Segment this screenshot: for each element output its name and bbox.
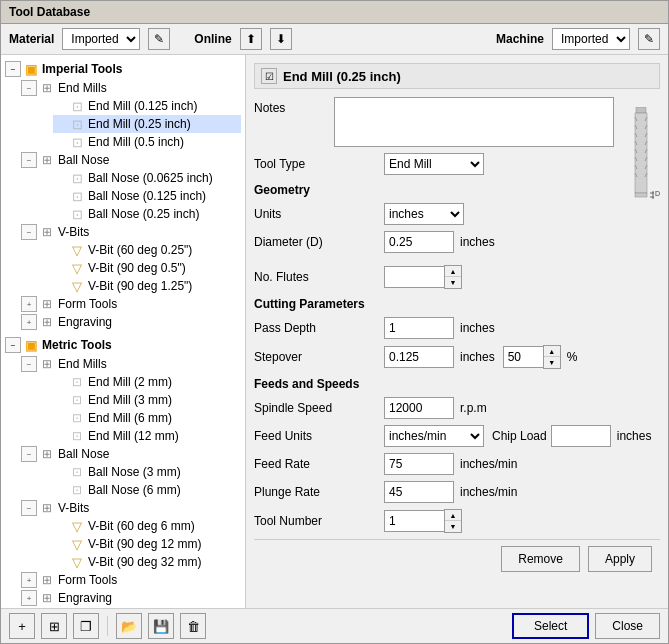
list-item[interactable]: ⊡ Ball Nose (0.0625 inch) <box>53 169 241 187</box>
imperial-tools-header[interactable]: − ▣ Imperial Tools <box>5 59 241 79</box>
em3-label: End Mill (0.5 inch) <box>88 135 184 149</box>
list-item[interactable]: ⊡ Ball Nose (0.25 inch) <box>53 205 241 223</box>
tool-svg-image: D <box>622 107 660 237</box>
feed-rate-input[interactable] <box>384 453 454 475</box>
save-icon: 💾 <box>153 619 169 634</box>
list-item[interactable]: ⊡ End Mill (3 mm) <box>53 391 241 409</box>
footer-duplicate-button[interactable]: ❐ <box>73 613 99 639</box>
metric-ball-nose-label: Ball Nose <box>58 447 109 461</box>
spindle-speed-input[interactable] <box>384 397 454 419</box>
footer-save-button[interactable]: 💾 <box>148 613 174 639</box>
vb-icon2: ▽ <box>69 260 85 276</box>
form-tools-header[interactable]: + ⊞ Form Tools <box>21 295 241 313</box>
metric-tools-header[interactable]: − ▣ Metric Tools <box>5 335 241 355</box>
metric-em-folder-icon: ⊞ <box>39 356 55 372</box>
metric-vbits-header[interactable]: − ⊞ V-Bits <box>21 499 241 517</box>
material-dropdown[interactable]: Imported <box>62 28 140 50</box>
metric-bn-expand[interactable]: − <box>21 446 37 462</box>
title-bar: Tool Database <box>1 1 668 24</box>
metric-form-folder-icon: ⊞ <box>39 572 55 588</box>
no-flutes-down-button[interactable]: ▼ <box>445 277 461 288</box>
end-mills-expand[interactable]: − <box>21 80 37 96</box>
list-item[interactable]: ▽ V-Bit (60 deg 6 mm) <box>53 517 241 535</box>
ball-nose-header[interactable]: − ⊞ Ball Nose <box>21 151 241 169</box>
engraving-expand[interactable]: + <box>21 314 37 330</box>
spacer <box>53 134 69 150</box>
notes-textarea[interactable] <box>334 97 614 147</box>
feed-units-select[interactable]: inches/min <box>384 425 484 447</box>
spindle-speed-unit: r.p.m <box>460 401 487 415</box>
footer-copy-button[interactable]: ⊞ <box>41 613 67 639</box>
list-item[interactable]: ▽ V-Bit (90 deg 32 mm) <box>53 553 241 571</box>
list-item[interactable]: ⊡ End Mill (2 mm) <box>53 373 241 391</box>
metric-form-tools-header[interactable]: + ⊞ Form Tools <box>21 571 241 589</box>
tool-number-up[interactable]: ▲ <box>445 510 461 521</box>
pass-depth-input[interactable] <box>384 317 454 339</box>
remove-button[interactable]: Remove <box>501 546 580 572</box>
engraving-header[interactable]: + ⊞ Engraving <box>21 313 241 331</box>
list-item[interactable]: ⊡ Ball Nose (3 mm) <box>53 463 241 481</box>
tool-number-down[interactable]: ▼ <box>445 521 461 532</box>
plunge-rate-input[interactable] <box>384 481 454 503</box>
online-download-button[interactable]: ⬇ <box>270 28 292 50</box>
stepover-pct-up[interactable]: ▲ <box>544 346 560 357</box>
tool-number-row: Tool Number ▲ ▼ <box>254 509 660 533</box>
vbits-header[interactable]: − ⊞ V-Bits <box>21 223 241 241</box>
list-item[interactable]: ▽ V-Bit (90 deg 12 mm) <box>53 535 241 553</box>
no-flutes-spinner-buttons: ▲ ▼ <box>444 265 462 289</box>
metric-engraving-header[interactable]: + ⊞ Engraving <box>21 589 241 607</box>
metric-vb-folder-icon: ⊞ <box>39 500 55 516</box>
list-item[interactable]: ⊡ End Mill (0.5 inch) <box>53 133 241 151</box>
tool-form-container: D Notes Tool Type End Mill Geometry <box>254 97 660 578</box>
stepover-input[interactable] <box>384 346 454 368</box>
vbits-expand[interactable]: − <box>21 224 37 240</box>
list-item[interactable]: ⊡ Ball Nose (0.125 inch) <box>53 187 241 205</box>
list-item[interactable]: ⊡ End Mill (6 mm) <box>53 409 241 427</box>
list-item[interactable]: ⊡ End Mill (0.25 inch) <box>53 115 241 133</box>
footer-new-button[interactable]: + <box>9 613 35 639</box>
apply-button[interactable]: Apply <box>588 546 652 572</box>
units-select[interactable]: inches <box>384 203 464 225</box>
online-upload-button[interactable]: ⬆ <box>240 28 262 50</box>
metric-engrave-expand[interactable]: + <box>21 590 37 606</box>
chip-load-input[interactable] <box>551 425 611 447</box>
list-item[interactable]: ▽ V-Bit (60 deg 0.25") <box>53 241 241 259</box>
tool-type-select[interactable]: End Mill <box>384 153 484 175</box>
machine-dropdown[interactable]: Imported <box>552 28 630 50</box>
metric-vb-expand[interactable]: − <box>21 500 37 516</box>
metric-form-expand[interactable]: + <box>21 572 37 588</box>
no-flutes-up-button[interactable]: ▲ <box>445 266 461 277</box>
metric-em-expand[interactable]: − <box>21 356 37 372</box>
list-item[interactable]: ⊡ End Mill (12 mm) <box>53 427 241 445</box>
diameter-input[interactable] <box>384 231 454 253</box>
stepover-pct-input[interactable] <box>503 346 543 368</box>
imperial-expand[interactable]: − <box>5 61 21 77</box>
stepover-unit: inches <box>460 350 495 364</box>
tool-number-input[interactable] <box>384 510 444 532</box>
list-item[interactable]: ⊡ Ball Nose (6 mm) <box>53 481 241 499</box>
metric-ball-nose-header[interactable]: − ⊞ Ball Nose <box>21 445 241 463</box>
form-expand[interactable]: + <box>21 296 37 312</box>
ball-nose-expand[interactable]: − <box>21 152 37 168</box>
bn-icon1: ⊡ <box>69 170 85 186</box>
imperial-tools-label: Imperial Tools <box>42 62 122 76</box>
notes-row: Notes <box>254 97 614 147</box>
list-item[interactable]: ▽ V-Bit (90 deg 1.25") <box>53 277 241 295</box>
footer-open-button[interactable]: 📂 <box>116 613 142 639</box>
footer-delete-button[interactable]: 🗑 <box>180 613 206 639</box>
list-item[interactable]: ⊡ End Mill (0.125 inch) <box>53 97 241 115</box>
close-button[interactable]: Close <box>595 613 660 639</box>
stepover-pct-down[interactable]: ▼ <box>544 357 560 368</box>
select-button[interactable]: Select <box>512 613 589 639</box>
end-mills-header[interactable]: − ⊞ End Mills <box>21 79 241 97</box>
machine-edit-button[interactable]: ✎ <box>638 28 660 50</box>
metric-expand[interactable]: − <box>5 337 21 353</box>
svg-text:D: D <box>655 190 660 197</box>
spacer <box>53 260 69 276</box>
list-item[interactable]: ▽ V-Bit (90 deg 0.5") <box>53 259 241 277</box>
tool-header-checkbox[interactable]: ☑ <box>261 68 277 84</box>
material-edit-button[interactable]: ✎ <box>148 28 170 50</box>
no-flutes-input[interactable] <box>384 266 444 288</box>
metric-end-mills-header[interactable]: − ⊞ End Mills <box>21 355 241 373</box>
metric-em-items: ⊡ End Mill (2 mm) ⊡ End Mill (3 mm) ⊡ En… <box>53 373 241 445</box>
